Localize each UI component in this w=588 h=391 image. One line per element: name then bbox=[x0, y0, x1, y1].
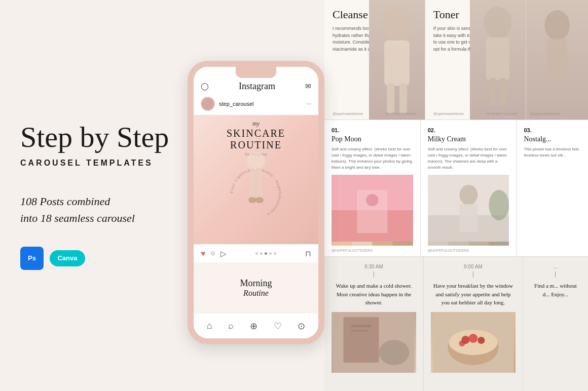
svg-point-0 bbox=[247, 152, 265, 170]
preset-3-number: 03. bbox=[524, 127, 581, 133]
svg-rect-21 bbox=[352, 242, 372, 246]
morning-text-830: Wake up and make a cold shower. Most cre… bbox=[332, 282, 416, 307]
profile-bar: step_carousel ··· bbox=[194, 95, 318, 115]
svg-point-3 bbox=[248, 197, 256, 203]
instagram-camera-icon: ◯ bbox=[201, 82, 209, 91]
third-skincare-card: @sparrowandsnow bbox=[526, 0, 588, 120]
svg-rect-2 bbox=[257, 169, 262, 199]
profile-name: step_carousel bbox=[219, 101, 254, 107]
svg-rect-20 bbox=[332, 242, 352, 246]
person-svg-2 bbox=[470, 0, 526, 120]
svg-rect-32 bbox=[489, 242, 509, 246]
breakfast-svg bbox=[431, 312, 516, 373]
comment-icon[interactable]: ○ bbox=[211, 249, 215, 258]
toner-footer-left: @sparrowandsnow bbox=[433, 112, 464, 115]
person-svg-3 bbox=[526, 0, 588, 120]
heart-icon[interactable]: ♥ bbox=[201, 249, 206, 258]
svg-rect-30 bbox=[448, 242, 468, 246]
skincare-routine: ROUTINE bbox=[194, 139, 318, 151]
illustration bbox=[231, 151, 281, 214]
cleanse-footer: @sparrowandsnow for Green Cosmetic bbox=[333, 112, 417, 115]
person-shape-2 bbox=[470, 0, 526, 120]
book-bg bbox=[332, 312, 416, 373]
cleanse-footer-right: for Green Cosmetic bbox=[386, 112, 417, 115]
preset-1-image bbox=[332, 175, 413, 246]
time-third: ... bbox=[530, 264, 581, 269]
legs-illustration bbox=[231, 151, 281, 212]
morning-image-900 bbox=[431, 312, 516, 373]
phone-morning: Morning Routine bbox=[194, 262, 318, 313]
posts-info: 108 Posts combined into 18 seamless caro… bbox=[20, 193, 182, 226]
svg-point-6 bbox=[382, 8, 412, 43]
svg-point-28 bbox=[489, 190, 509, 220]
dot-5 bbox=[274, 252, 276, 255]
morning-830-card: 8:30 AM Wake up and make a cold shower. … bbox=[324, 257, 424, 391]
white-room-bg bbox=[428, 175, 509, 246]
home-icon[interactable]: ⌂ bbox=[207, 321, 212, 331]
svg-point-26 bbox=[459, 185, 477, 205]
preset-2-text: Soft and creamy effect. (Works best for … bbox=[428, 146, 509, 171]
carousel-subtitle: CAROUSEL TEMPLATES bbox=[20, 159, 182, 168]
svg-rect-27 bbox=[459, 204, 477, 232]
morning-900-card: 9:00 AM Have your breakfast by the windo… bbox=[424, 257, 523, 391]
pop-moon-card: 01. Pop Moon Soft and creamy effect. (Wo… bbox=[324, 120, 421, 256]
time-divider-2 bbox=[473, 271, 473, 278]
svg-point-42 bbox=[468, 334, 477, 343]
share-icon[interactable]: ▷ bbox=[220, 249, 227, 258]
svg-point-4 bbox=[255, 197, 264, 203]
third-card-footer: @sparrowandsnow bbox=[530, 112, 561, 115]
svg-rect-7 bbox=[384, 41, 410, 86]
add-icon[interactable]: ⊕ bbox=[250, 321, 258, 332]
cleanse-footer-left: @sparrowandsnow bbox=[333, 112, 363, 115]
time-830: 8:30 AM bbox=[332, 264, 416, 269]
nostalgia-card: 03. Nostalg... This preset has a timeles… bbox=[517, 120, 588, 256]
svg-point-10 bbox=[484, 7, 512, 39]
phone-mockup: ◯ Instagram ✉ step_carousel ··· my SKINC… bbox=[188, 61, 324, 344]
preset-1-footer: @HOPEFULOUTSIDERS bbox=[332, 249, 373, 252]
instagram-logo: Instagram bbox=[239, 81, 275, 92]
morning-image-830 bbox=[332, 312, 416, 373]
svg-point-43 bbox=[477, 337, 485, 344]
svg-rect-22 bbox=[372, 242, 392, 246]
profile-icon[interactable]: ⊙ bbox=[298, 321, 305, 332]
preset-3-title: Nostalg... bbox=[524, 135, 581, 143]
white-room-svg bbox=[428, 175, 509, 246]
preset-1-text: Soft and creamy effect. (Works best for … bbox=[332, 146, 413, 171]
morning-title: Morning bbox=[240, 278, 272, 289]
posts-line1: 108 Posts combined bbox=[20, 195, 110, 208]
skincare-my: my bbox=[194, 120, 318, 128]
svg-rect-9 bbox=[399, 83, 407, 113]
ps-badge: Ps bbox=[20, 247, 44, 270]
profile-options-icon[interactable]: ··· bbox=[307, 100, 311, 108]
skincare-main: SKINCARE bbox=[194, 128, 318, 139]
svg-point-37 bbox=[379, 340, 409, 365]
dot-3 bbox=[265, 252, 267, 255]
cleanse-image bbox=[369, 0, 425, 120]
preset-1-title: Pop Moon bbox=[332, 135, 413, 143]
bookmark-icon[interactable]: ⊓ bbox=[305, 249, 311, 258]
right-panels: Cleanse I recommends looking for a clean… bbox=[324, 0, 588, 391]
svg-rect-29 bbox=[428, 242, 448, 246]
phone-frame: ◯ Instagram ✉ step_carousel ··· my SKINC… bbox=[188, 61, 324, 344]
search-icon[interactable]: ⌕ bbox=[228, 321, 234, 331]
heart-nav-icon[interactable]: ♡ bbox=[274, 321, 282, 332]
preset-2-image bbox=[428, 175, 509, 246]
svg-point-19 bbox=[366, 194, 378, 206]
dot-1 bbox=[255, 252, 258, 255]
dot-2 bbox=[260, 252, 263, 255]
svg-rect-34 bbox=[343, 317, 379, 363]
svg-rect-36 bbox=[351, 330, 369, 332]
cleanse-card: Cleanse I recommends looking for a clean… bbox=[324, 0, 425, 120]
phone-notch bbox=[236, 67, 276, 78]
morning-text-900: Have your breakfast by the window and sa… bbox=[431, 282, 516, 307]
toner-image bbox=[470, 0, 526, 120]
svg-rect-12 bbox=[489, 78, 496, 106]
pink-room-svg bbox=[332, 175, 413, 246]
toner-card: Toner If your skin is sensitive, I think… bbox=[425, 0, 526, 120]
phone-actions: ♥ ○ ▷ ⊓ bbox=[194, 244, 318, 262]
person-shape-3 bbox=[526, 0, 588, 120]
breakfast-bg bbox=[431, 312, 516, 373]
time-divider-1 bbox=[374, 271, 374, 278]
pink-room-bg bbox=[332, 175, 413, 246]
phone-main-content: my SKINCARE ROUTINE for everyday bbox=[194, 115, 318, 244]
